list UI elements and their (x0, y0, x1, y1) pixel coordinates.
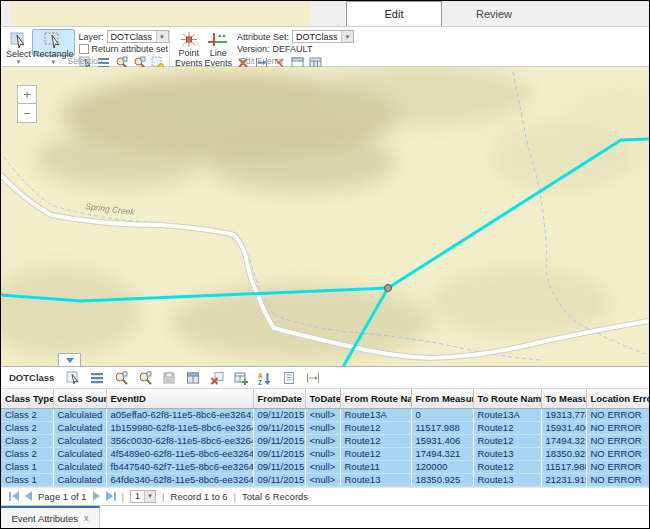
table-cell: Class 1 (1, 473, 53, 486)
table-cell: <null> (305, 408, 340, 421)
table-options-icon[interactable] (89, 370, 104, 385)
attribute-set-label: Attribute Set: (237, 32, 289, 42)
table-cell: 09/11/2015 (253, 434, 305, 447)
attribute-set-caret[interactable]: ▼ (341, 31, 353, 42)
layer-dropdown-caret[interactable]: ▼ (156, 31, 168, 42)
column-header[interactable]: From Measure (411, 389, 473, 408)
table-cell: Route13A (340, 408, 411, 421)
page-number-dropdown[interactable]: 1 ▼ (130, 490, 156, 503)
table-cell: Class 2 (1, 408, 53, 421)
table-row[interactable]: Class 2Calculated356c0030-62f8-11e5-8bc6… (1, 434, 649, 447)
table-cell: Route12 (340, 421, 411, 434)
event-attributes-tab[interactable]: Event Attributes x (1, 506, 100, 529)
close-tab-icon[interactable]: x (84, 513, 89, 523)
first-page-button[interactable] (9, 491, 19, 501)
table-row[interactable]: Class 2Calculateda05effa0-62f8-11e5-8bc6… (1, 408, 649, 421)
column-header[interactable]: Class Source (53, 389, 106, 408)
next-page-button[interactable] (93, 491, 100, 501)
table-row[interactable]: Class 1Calculated64fde340-62f8-11e5-8bc6… (1, 473, 649, 486)
line-events-button[interactable]: Line Events (204, 29, 234, 56)
table-cell: 4f5489e0-62f8-11e5-8bc6-ee32641d5ec9 (106, 447, 253, 460)
tab-review[interactable]: Review (446, 1, 542, 26)
table-cell: NO ERROR (586, 460, 649, 473)
column-header[interactable]: Class Type (1, 389, 53, 408)
table-cell: NO ERROR (586, 434, 649, 447)
table-cell: Route12 (340, 434, 411, 447)
version-label: Version: (237, 44, 270, 54)
sort-records-icon[interactable]: AZ (257, 370, 272, 385)
layer-dropdown[interactable]: DOTClass ▼ (107, 30, 169, 43)
table-toolbar: DOTClass (1, 367, 649, 389)
table-cell: 09/11/2015 (253, 408, 305, 421)
select-cursor-icon (8, 31, 30, 49)
table-cell: Route12 (473, 421, 541, 434)
selection-options: Layer: DOTClass ▼ Return attribute set (79, 29, 169, 56)
measure-extent-icon[interactable] (305, 370, 320, 385)
attribute-set-value: DOTClass (293, 32, 341, 42)
column-header[interactable]: FromDate (253, 389, 305, 408)
basemap: Spring Creek (1, 67, 649, 366)
tab-map[interactable]: Map (11, 0, 310, 26)
table-cell: NO ERROR (586, 447, 649, 460)
table-cell: 18350.925 (411, 473, 473, 486)
edit-events-group: Point Events Line Events Attribute Set: … (169, 27, 353, 66)
add-record-icon[interactable] (233, 370, 248, 385)
column-header[interactable]: Location Error (586, 389, 649, 408)
table-cell: Route13 (473, 447, 541, 460)
table-cell: 09/11/2015 (253, 460, 305, 473)
tab-edit[interactable]: Edit (346, 1, 442, 26)
attribute-table: Class TypeClass SourceEventIDFromDateToD… (1, 389, 650, 487)
zoom-in-button[interactable]: + (17, 85, 37, 104)
route-junction-vertex[interactable] (385, 285, 392, 292)
line-events-icon (207, 31, 229, 48)
selection-group-label: Selection (1, 56, 169, 66)
event-attributes-tab-label: Event Attributes (11, 513, 78, 524)
table-row[interactable]: Class 1Calculatedfb447540-62f7-11e5-8bc6… (1, 460, 649, 473)
table-cell: <null> (305, 473, 340, 486)
table-cell: <null> (305, 447, 340, 460)
select-tool-button[interactable]: Select ▾ (5, 29, 32, 56)
table-header-row: Class TypeClass SourceEventIDFromDateToD… (1, 389, 649, 408)
ribbon-edit-contents: Select ▾ Rectangle ▾ Layer: DOTClass ▼ (1, 27, 649, 67)
column-header[interactable]: To Route Name (473, 389, 541, 408)
pan-to-selected-icon[interactable] (137, 370, 152, 385)
event-attributes-panel: DOTClass (1, 366, 649, 529)
return-attribute-set-checkbox[interactable] (79, 44, 89, 54)
table-cell: a05effa0-62f8-11e5-8bc6-ee32641d5ec9 (106, 408, 253, 421)
attribute-window-icon[interactable] (185, 370, 200, 385)
page-number-caret[interactable]: ▼ (144, 491, 155, 502)
zoom-to-selected-icon[interactable] (113, 370, 128, 385)
collapse-table-panel-button[interactable] (58, 353, 81, 366)
point-events-button[interactable]: Point Events (174, 29, 204, 56)
pagination-bar: Page 1 of 1 | 1 ▼ | Record 1 to 6 | Tota… (1, 487, 649, 505)
table-cell: NO ERROR (586, 408, 649, 421)
map-canvas[interactable]: Spring Creek + − (1, 67, 649, 366)
table-cell: 11517.988 (411, 421, 473, 434)
column-header[interactable]: ToDate (305, 389, 340, 408)
table-row[interactable]: Class 2Calculated4f5489e0-62f8-11e5-8bc6… (1, 447, 649, 460)
report-icon[interactable] (281, 370, 296, 385)
column-header[interactable]: To Measure (541, 389, 586, 408)
delete-records-icon[interactable] (209, 370, 224, 385)
table-cell: 11517.988 (541, 460, 586, 473)
edit-events-options: Attribute Set: DOTClass ▼ Version: DEFAU… (237, 29, 354, 56)
rectangle-tool-button[interactable]: Rectangle ▾ (32, 29, 75, 56)
table-layer-title: DOTClass (9, 372, 54, 383)
table-cell: Calculated (53, 408, 106, 421)
table-cell: <null> (305, 434, 340, 447)
table-cell: 17494.321 (541, 434, 586, 447)
column-header[interactable]: EventID (106, 389, 253, 408)
select-records-icon[interactable] (65, 370, 80, 385)
ribbon-tab-bar: Map Edit Review (1, 1, 649, 27)
zoom-out-button[interactable]: − (17, 104, 37, 123)
previous-page-button[interactable] (25, 491, 32, 501)
attribute-set-dropdown[interactable]: DOTClass ▼ (292, 30, 354, 43)
last-page-button[interactable] (106, 491, 116, 501)
column-header[interactable]: From Route Name (340, 389, 411, 408)
table-cell: <null> (305, 460, 340, 473)
table-cell: Route13A (473, 408, 541, 421)
table-row[interactable]: Class 2Calculated1b159980-62f8-11e5-8bc6… (1, 421, 649, 434)
table-cell: 09/11/2015 (253, 447, 305, 460)
table-cell: 19313.774 (541, 408, 586, 421)
save-edits-icon[interactable] (161, 370, 176, 385)
